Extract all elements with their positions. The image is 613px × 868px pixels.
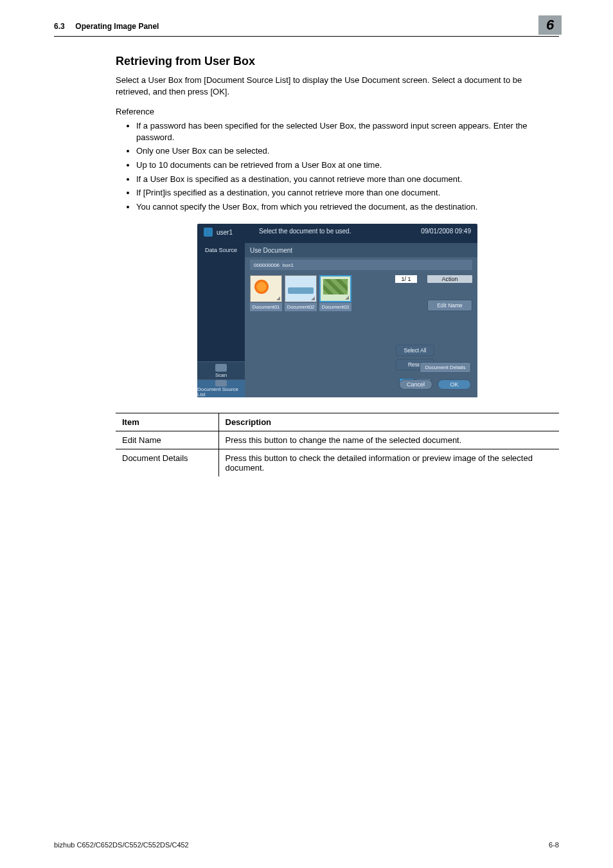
footer-page: 6-8 [549, 841, 559, 849]
description-table: Item Description Edit Name Press this bu… [116, 413, 559, 476]
table-header-desc: Description [218, 413, 559, 431]
heading: Retrieving from User Box [116, 55, 559, 68]
section-number: 6.3 [54, 22, 65, 31]
list-icon [215, 380, 227, 386]
select-all-button[interactable]: Select All [396, 345, 434, 356]
list-item: You cannot specify the User Box, from wh… [136, 201, 559, 213]
footer-model: bizhub C652/C652DS/C552/C552DS/C452 [54, 841, 189, 849]
edit-name-button[interactable]: Edit Name [427, 300, 472, 311]
list-item: If a password has been specified for the… [136, 120, 559, 143]
cancel-button[interactable]: Cancel [399, 379, 432, 390]
chapter-badge: 6 [538, 15, 562, 35]
lead-paragraph: Select a User Box from [Document Source … [116, 75, 559, 98]
document-source-list-tab[interactable]: Document Source List [197, 379, 245, 397]
ok-button[interactable]: OK [438, 379, 471, 390]
list-item: If a User Box is specified as a destinat… [136, 174, 559, 185]
panel-datetime: 09/01/2008 09:49 [421, 228, 471, 237]
table-row: Edit Name Press this button to change th… [116, 431, 559, 449]
section-title: Operating Image Panel [75, 22, 159, 31]
page-header: 6.3 Operating Image Panel 6 [54, 22, 559, 37]
document-thumb[interactable]: Document01 [250, 275, 282, 311]
scan-icon [215, 364, 227, 372]
document-details-button[interactable]: Document Details [420, 362, 471, 373]
pager: 1/ 1 [395, 275, 417, 283]
box-info: 000000006 box1 [250, 260, 472, 270]
scan-tab[interactable]: Scan [197, 361, 245, 379]
document-thumb-selected[interactable]: Document03 [319, 275, 351, 311]
panel-title: Use Document [245, 243, 477, 257]
reference-list: If a password has been specified for the… [116, 120, 559, 212]
action-header: Action [427, 275, 472, 283]
side-label: Data Source [197, 243, 245, 257]
list-item: Up to 10 documents can be retrieved from… [136, 159, 559, 171]
table-row: Document Details Press this button to ch… [116, 449, 559, 477]
reference-label: Reference [116, 107, 559, 116]
list-item: Only one User Box can be selected. [136, 145, 559, 157]
page-footer: bizhub C652/C652DS/C552/C552DS/C452 6-8 [54, 841, 559, 849]
list-item: If [Print]is specified as a destination,… [136, 187, 559, 199]
table-header-item: Item [116, 413, 218, 431]
current-user: user1 [204, 228, 233, 237]
touch-panel: user1 09/01/2008 09:49 Select the docume… [197, 224, 477, 397]
document-thumb[interactable]: Document02 [285, 275, 317, 311]
user-icon [204, 228, 213, 237]
panel-message: Select the document to be used. [259, 228, 351, 235]
